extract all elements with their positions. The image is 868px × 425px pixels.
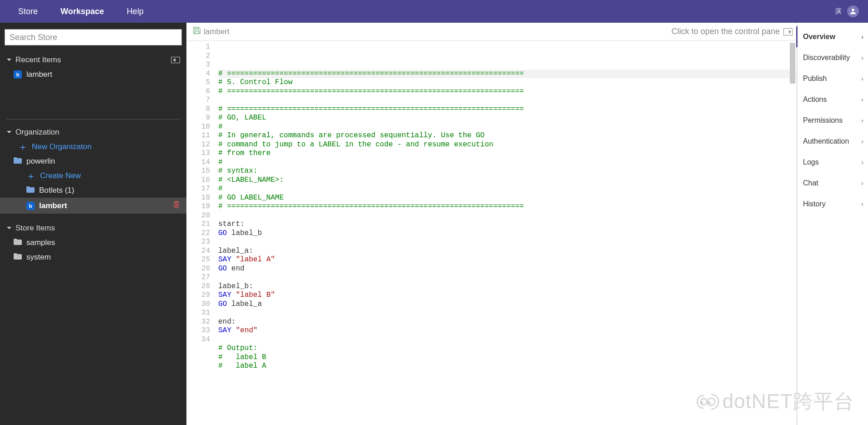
rightpane-item-authentication[interactable]: Authentication›: [798, 131, 868, 152]
store-item-label: system: [26, 253, 51, 262]
code-area[interactable]: # ======================================…: [215, 41, 796, 425]
botlet-icon: b: [14, 70, 22, 79]
search-input[interactable]: [5, 29, 182, 45]
rightpane-item-discoverability[interactable]: Discoverability›: [798, 47, 868, 68]
expand-icon: [783, 28, 793, 35]
top-bar: Store Workspace Help 滨: [0, 0, 868, 23]
botlet-item-label: lambert: [39, 201, 67, 210]
botlets-label: Botlets (1): [39, 186, 74, 195]
dock-icon[interactable]: [171, 57, 180, 63]
chevron-right-icon: ›: [861, 117, 863, 124]
tab-bar: lambert Click to open the control pane: [186, 23, 796, 41]
store-item-samples[interactable]: samples: [0, 235, 186, 250]
rightpane-label: Logs: [803, 158, 819, 166]
code-editor[interactable]: 1234567891011121314151617181920212223242…: [186, 41, 796, 425]
create-new-label: Create New: [40, 171, 81, 180]
botlet-icon: b: [26, 202, 35, 210]
user-area: 滨: [835, 5, 859, 17]
rightpane-item-actions[interactable]: Actions›: [798, 89, 868, 110]
delete-icon[interactable]: [173, 200, 180, 211]
recent-items-header[interactable]: Recent Items: [0, 53, 186, 67]
folder-icon: [14, 253, 22, 262]
rightpane-item-publish[interactable]: Publish›: [798, 68, 868, 89]
folder-icon: [14, 238, 22, 247]
rightpane-item-history[interactable]: History›: [798, 194, 868, 215]
new-organization[interactable]: ＋ New Organizaton: [0, 140, 186, 154]
rightpane-item-overview[interactable]: Overview›: [796, 26, 868, 47]
chevron-right-icon: ›: [861, 138, 863, 145]
rightpane-label: Actions: [803, 95, 827, 104]
line-gutter: 1234567891011121314151617181920212223242…: [186, 41, 215, 425]
new-org-label: New Organizaton: [32, 142, 91, 151]
user-cjk: 滨: [835, 7, 842, 15]
folder-open-icon: [14, 157, 22, 166]
plus-icon: ＋: [18, 142, 27, 151]
scrollbar-thumb[interactable]: [790, 43, 795, 84]
botlets-folder[interactable]: Botlets (1): [0, 183, 186, 198]
plus-icon: ＋: [26, 171, 35, 180]
rightpane-item-logs[interactable]: Logs›: [798, 152, 868, 173]
create-new[interactable]: ＋ Create New: [0, 169, 186, 183]
chevron-right-icon: ›: [861, 75, 863, 82]
store-items-header[interactable]: Store Items: [0, 221, 186, 235]
chevron-right-icon: ›: [861, 33, 863, 40]
store-item-label: samples: [26, 238, 55, 247]
rightpane-label: Publish: [803, 75, 827, 83]
right-pane: Overview›Discoverability›Publish›Actions…: [796, 23, 868, 425]
chevron-right-icon: ›: [861, 180, 863, 187]
sidebar: Recent Items b lambert Organization ＋ Ne…: [0, 23, 186, 425]
rightpane-label: Discoverability: [803, 54, 850, 62]
chevron-right-icon: ›: [861, 159, 863, 166]
chevron-right-icon: ›: [861, 200, 863, 208]
recent-item-lambert[interactable]: b lambert: [0, 67, 186, 82]
folder-open-icon: [26, 186, 35, 195]
org-folder-label: powerlin: [26, 157, 55, 166]
rightpane-item-permissions[interactable]: Permissions›: [798, 110, 868, 131]
nav-help[interactable]: Help: [127, 7, 144, 16]
rightpane-item-chat[interactable]: Chat›: [798, 173, 868, 194]
organization-header[interactable]: Organization: [0, 125, 186, 140]
rightpane-label: Authentication: [803, 137, 849, 145]
nav-workspace[interactable]: Workspace: [60, 7, 104, 16]
top-nav: Store Workspace Help: [18, 7, 144, 16]
chevron-right-icon: ›: [861, 54, 863, 61]
org-folder-powerlin[interactable]: powerlin: [0, 154, 186, 169]
rightpane-label: Chat: [803, 179, 818, 187]
editor-pane: lambert Click to open the control pane 1…: [186, 23, 796, 425]
rightpane-label: Overview: [803, 33, 835, 41]
rightpane-label: Permissions: [803, 116, 843, 125]
recent-item-label: lambert: [26, 70, 52, 79]
store-item-system[interactable]: system: [0, 250, 186, 265]
file-tab-label: lambert: [204, 27, 230, 36]
chevron-right-icon: ›: [861, 96, 863, 103]
avatar-icon[interactable]: [847, 5, 859, 17]
file-tab[interactable]: lambert: [193, 26, 230, 37]
save-icon: [193, 26, 201, 37]
control-pane-hint[interactable]: Click to open the control pane: [672, 27, 793, 36]
botlet-item-lambert[interactable]: b lambert: [0, 198, 186, 214]
rightpane-label: History: [803, 200, 826, 208]
nav-store[interactable]: Store: [18, 7, 38, 16]
